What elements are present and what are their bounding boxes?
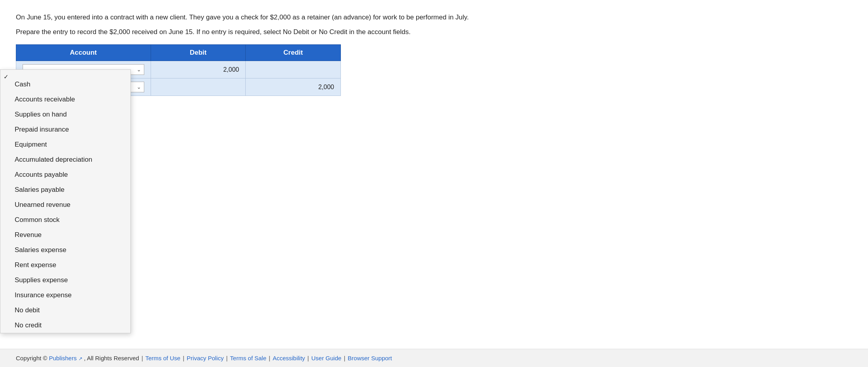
row1-debit: 2,000 [151, 61, 246, 78]
row1-credit [246, 61, 341, 78]
footer-sep-3: | [226, 355, 228, 361]
footer-privacy-policy[interactable]: Privacy Policy [187, 355, 224, 361]
intro-line1: On June 15, you entered into a contract … [16, 12, 610, 23]
row2-credit: 2,000 [246, 78, 341, 96]
dropdown-item-accounts-payable[interactable]: Accounts payable [0, 167, 130, 182]
account-dropdown: Cash Accounts receivable Supplies on han… [0, 69, 131, 333]
dropdown-item-equipment[interactable]: Equipment [0, 137, 130, 152]
col-account: Account [16, 45, 151, 61]
external-link-icon: ↗ [78, 356, 82, 361]
dropdown-item-insurance-expense[interactable]: Insurance expense [0, 288, 130, 303]
footer-rights: , All Rights Reserved [84, 355, 139, 361]
dropdown-item-salaries-payable[interactable]: Salaries payable [0, 182, 130, 197]
dropdown-item-common-stock[interactable]: Common stock [0, 212, 130, 227]
footer-accessibility[interactable]: Accessibility [273, 355, 305, 361]
footer-sep-4: | [269, 355, 270, 361]
dropdown-item-accumulated-depreciation[interactable]: Accumulated depreciation [0, 152, 130, 167]
dropdown-item-supplies-expense[interactable]: Supplies expense [0, 273, 130, 288]
dropdown-item-revenue[interactable]: Revenue [0, 227, 130, 243]
dropdown-item-supplies-on-hand[interactable]: Supplies on hand [0, 107, 130, 122]
dropdown-item-cash[interactable]: Cash [0, 77, 130, 92]
footer-sep-2: | [183, 355, 184, 361]
col-debit: Debit [151, 45, 246, 61]
footer-sep-1: | [141, 355, 143, 361]
dropdown-item-blank[interactable] [0, 70, 130, 77]
footer-copyright: Copyright © [16, 355, 47, 361]
footer-content: Copyright © Publishers ↗ , All Rights Re… [16, 355, 852, 361]
footer-browser-support[interactable]: Browser Support [348, 355, 392, 361]
footer-sep-6: | [344, 355, 345, 361]
footer-publisher: Publishers [49, 355, 76, 361]
footer-sep-5: | [308, 355, 309, 361]
footer-publisher-link[interactable]: Publishers ↗ [49, 355, 82, 361]
dropdown-item-unearned-revenue[interactable]: Unearned revenue [0, 197, 130, 212]
dropdown-item-salaries-expense[interactable]: Salaries expense [0, 243, 130, 258]
footer-terms-of-sale[interactable]: Terms of Sale [230, 355, 266, 361]
footer-terms-of-use[interactable]: Terms of Use [145, 355, 180, 361]
row2-debit [151, 78, 246, 96]
check-area: Check Answers [16, 207, 852, 231]
page-wrapper: On June 15, you entered into a contract … [0, 0, 868, 231]
footer-user-guide[interactable]: User Guide [312, 355, 342, 361]
intro-text: On June 15, you entered into a contract … [16, 12, 610, 37]
dropdown-item-prepaid-insurance[interactable]: Prepaid insurance [0, 122, 130, 137]
col-credit: Credit [246, 45, 341, 61]
footer: Copyright © Publishers ↗ , All Rights Re… [0, 349, 868, 367]
dropdown-item-rent-expense[interactable]: Rent expense [0, 258, 130, 273]
dropdown-item-accounts-receivable[interactable]: Accounts receivable [0, 92, 130, 107]
dropdown-item-no-credit[interactable]: No credit [0, 318, 130, 333]
intro-line2: Prepare the entry to record the $2,000 r… [16, 27, 610, 37]
dropdown-item-no-debit[interactable]: No debit [0, 303, 130, 318]
